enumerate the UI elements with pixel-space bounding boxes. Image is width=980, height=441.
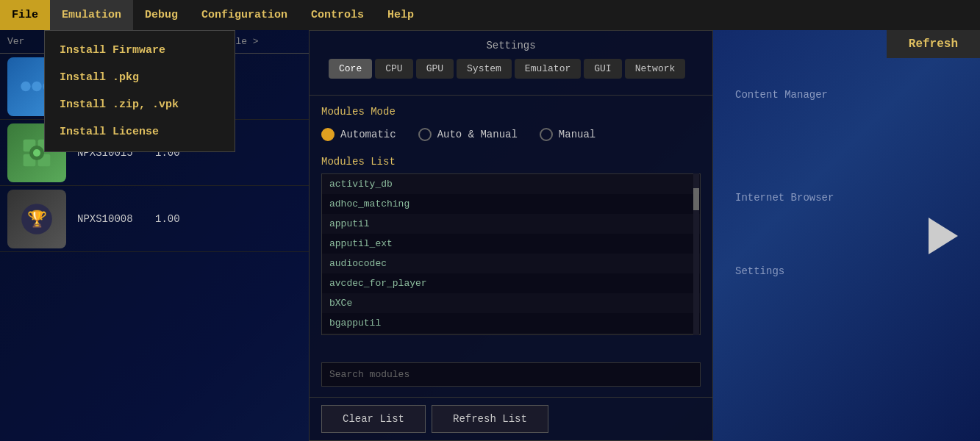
game-icon-trophy: 🏆 [7,190,66,248]
refresh-list-button[interactable]: Refresh List [432,405,548,433]
right-content-item-manager: Content Manager [735,89,828,101]
scrollbar-track [693,173,699,335]
svg-point-8 [33,149,40,157]
menu-configuration[interactable]: Configuration [190,0,299,30]
tab-gui[interactable]: GUI [584,59,621,79]
radio-circle-manual [540,128,553,141]
menu-help[interactable]: Help [376,0,426,30]
radio-label-auto-manual: Auto & Manual [437,129,518,140]
settings-header: Settings Core CPU GPU System Emulator GU… [310,31,712,96]
radio-automatic[interactable]: Automatic [321,128,396,141]
radio-group: Automatic Auto & Manual Manual [321,128,701,141]
radio-circle-automatic [321,128,335,141]
tab-system[interactable]: System [457,59,512,79]
module-list-item[interactable]: apputil_ext [322,234,700,254]
menu-file[interactable]: File [0,0,50,30]
search-modules-field[interactable]: Search modules [321,362,701,387]
game-ver-trophy: 1.00 [155,213,192,225]
install-license[interactable]: Install License [45,118,235,146]
modules-mode-title: Modules Mode [321,106,701,118]
radio-manual[interactable]: Manual [540,128,595,141]
right-content-item-browser: Internet Browser [735,192,834,204]
right-content-item-settings: Settings [735,265,784,277]
settings-body: Modules Mode Automatic Auto & Manual Man… [310,96,712,397]
scrollbar-thumb [693,188,699,210]
modules-list[interactable]: activity_dbadhoc_matchingapputilapputil_… [321,173,701,335]
menu-bar: File Emulation Debug Configuration Contr… [0,0,980,30]
radio-label-automatic: Automatic [340,129,396,140]
svg-point-1 [32,82,41,91]
module-list-item[interactable]: audiocodec [322,254,700,273]
play-button[interactable] [929,218,958,254]
svg-point-0 [21,82,30,91]
module-list-item[interactable]: adhoc_matching [322,194,700,214]
tab-gpu[interactable]: GPU [416,59,454,79]
file-dropdown: Install Firmware Install .pkg Install .z… [44,30,235,152]
install-pkg[interactable]: Install .pkg [45,64,235,91]
module-list-item[interactable]: bgapputil [322,313,700,333]
menu-controls[interactable]: Controls [299,0,376,30]
modules-list-container: activity_dbadhoc_matchingapputilapputil_… [321,173,701,356]
clear-list-button[interactable]: Clear List [321,405,426,433]
menu-debug[interactable]: Debug [133,0,190,30]
game-id-trophy: NPXS10008 [77,213,143,225]
radio-label-manual: Manual [559,129,595,140]
refresh-button[interactable]: Refresh [887,30,980,58]
module-list-item[interactable]: avcdec_for_player [322,273,700,293]
settings-title: Settings [321,40,701,51]
radio-circle-auto-manual [418,128,432,141]
install-zip-vpk[interactable]: Install .zip, .vpk [45,91,235,118]
module-list-item[interactable]: apputil [322,214,700,234]
game-item-trophy[interactable]: 🏆 NPXS10008 1.00 [0,186,309,252]
menu-emulation[interactable]: Emulation [50,0,133,30]
tab-network[interactable]: Network [625,59,686,79]
tab-bar: Core CPU GPU System Emulator GUI Network [321,59,701,86]
settings-panel: Settings Core CPU GPU System Emulator GU… [309,30,713,441]
module-list-item[interactable]: activity_db [322,174,700,194]
right-content: Refresh Content Manager Internet Browser… [713,30,980,441]
bottom-buttons: Clear List Refresh List [310,397,712,440]
modules-list-title: Modules List [321,156,701,168]
svg-text:🏆: 🏆 [27,208,48,229]
install-firmware[interactable]: Install Firmware [45,37,235,64]
tab-emulator[interactable]: Emulator [515,59,581,79]
module-list-item[interactable]: common_gui_dialog [322,333,700,335]
tab-cpu[interactable]: CPU [375,59,412,79]
col-ver: Ver [7,36,24,47]
module-list-item[interactable]: bXCe [322,293,700,313]
radio-auto-manual[interactable]: Auto & Manual [418,128,518,141]
tab-core[interactable]: Core [329,59,372,79]
